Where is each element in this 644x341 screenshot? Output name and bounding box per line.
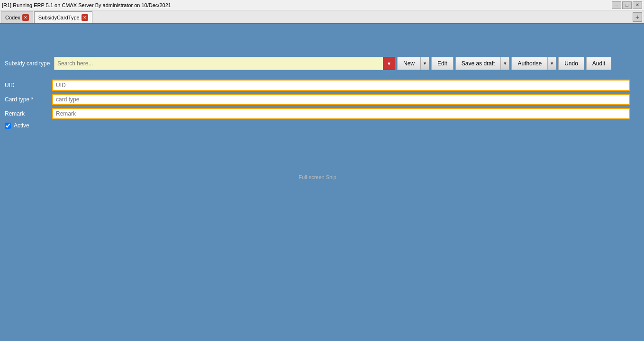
remark-label: Remark bbox=[5, 110, 52, 117]
tab-subsidycardtype[interactable]: SubsidyCardType ✕ bbox=[34, 11, 92, 23]
card-type-row: Card type * bbox=[5, 94, 630, 105]
title-bar-controls: ─ □ ✕ bbox=[612, 1, 642, 9]
search-wrapper: ▼ bbox=[54, 57, 395, 70]
authorise-button-group: Authorise ▼ bbox=[511, 57, 556, 70]
authorise-dropdown-button[interactable]: ▼ bbox=[548, 57, 556, 70]
new-dropdown-button[interactable]: ▼ bbox=[421, 57, 429, 70]
audit-button[interactable]: Audit bbox=[586, 57, 611, 70]
tab-add-button[interactable]: + bbox=[633, 12, 642, 22]
form-fields: UID Card type * Remark Active bbox=[5, 80, 630, 129]
title-bar: [R1] Running ERP 5.1 on CMAX Server By a… bbox=[0, 0, 644, 10]
authorise-button[interactable]: Authorise bbox=[511, 57, 548, 70]
card-type-input[interactable] bbox=[52, 94, 630, 105]
card-type-label: Card type * bbox=[5, 96, 52, 103]
remark-input[interactable] bbox=[52, 108, 630, 119]
title-bar-text: [R1] Running ERP 5.1 on CMAX Server By a… bbox=[2, 2, 171, 8]
active-label: Active bbox=[14, 122, 29, 129]
save-draft-arrow-icon: ▼ bbox=[503, 61, 507, 66]
snip-text: Full-screen Snip bbox=[299, 174, 336, 180]
save-draft-dropdown-button[interactable]: ▼ bbox=[501, 57, 509, 70]
toolbar-row: Subsidy card type ▼ New ▼ Edit Save as d… bbox=[5, 57, 630, 70]
new-arrow-icon: ▼ bbox=[423, 61, 427, 66]
main-content: Subsidy card type ▼ New ▼ Edit Save as d… bbox=[0, 24, 644, 341]
authorise-arrow-icon: ▼ bbox=[550, 61, 554, 66]
tab-subsidycardtype-label: SubsidyCardType bbox=[38, 15, 80, 20]
close-button[interactable]: ✕ bbox=[633, 1, 642, 9]
subsidy-card-type-label: Subsidy card type bbox=[5, 60, 52, 67]
active-row: Active bbox=[5, 122, 630, 129]
remark-row: Remark bbox=[5, 108, 630, 119]
tab-bar: Codex ✕ SubsidyCardType ✕ + bbox=[0, 10, 644, 24]
minimize-button[interactable]: ─ bbox=[612, 1, 621, 9]
dropdown-arrow-icon: ▼ bbox=[387, 61, 391, 66]
tab-codex-close[interactable]: ✕ bbox=[22, 14, 29, 21]
uid-input[interactable] bbox=[52, 80, 630, 91]
undo-button[interactable]: Undo bbox=[558, 57, 584, 70]
save-as-draft-button[interactable]: Save as draft bbox=[455, 57, 501, 70]
save-draft-button-group: Save as draft ▼ bbox=[455, 57, 510, 70]
uid-row: UID bbox=[5, 80, 630, 91]
tab-codex-label: Codex bbox=[5, 15, 20, 20]
search-input[interactable] bbox=[54, 57, 395, 70]
new-button-group: New ▼ bbox=[397, 57, 429, 70]
tab-codex[interactable]: Codex ✕ bbox=[1, 11, 33, 23]
search-dropdown-button[interactable]: ▼ bbox=[383, 57, 395, 70]
new-button[interactable]: New bbox=[397, 57, 421, 70]
uid-label: UID bbox=[5, 82, 52, 89]
edit-button[interactable]: Edit bbox=[431, 57, 454, 70]
active-checkbox[interactable] bbox=[5, 123, 11, 129]
tab-subsidycardtype-close[interactable]: ✕ bbox=[82, 14, 88, 21]
form-panel: Subsidy card type ▼ New ▼ Edit Save as d… bbox=[0, 47, 635, 138]
maximize-button[interactable]: □ bbox=[622, 1, 632, 9]
